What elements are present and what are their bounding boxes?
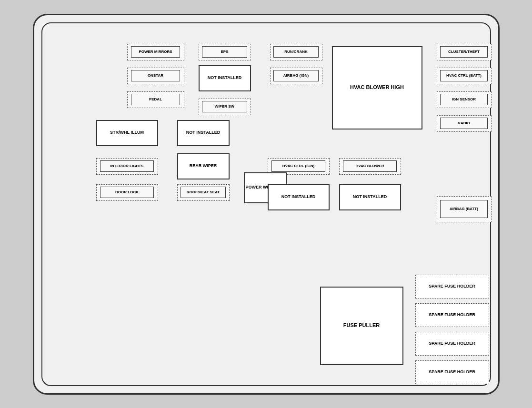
eps: EPS [199,44,251,60]
run-crank: RUN/CRANK [270,44,322,60]
hvac-ctrl-batt: HVAC CTRL (BATT) [437,68,492,84]
door-lock: DOOR LOCK [96,184,158,201]
power-mirrors: POWER MIRRORS [127,44,184,60]
hvac-blower-high: HVAC BLOWER HIGH [332,46,422,129]
spare-fuse-4: SPARE FUSE HOLDER [415,360,489,384]
radio: RADIO [437,115,492,132]
rear-wiper: REAR WIPER [177,153,230,179]
onstar: ONSTAR [127,68,184,84]
not-installed-2: NOT INSTALLED [177,120,230,146]
not-installed-1: NOT INSTALLED [199,65,251,91]
fuse-puller: FUSE PULLER [320,287,403,365]
spare-fuse-3: SPARE FUSE HOLDER [415,332,489,356]
not-installed-3: NOT INSTALLED [268,184,330,210]
airbag-batt: AIRBAG (BATT) [437,196,492,222]
str-whl-illum: STR/WHL ILLUM [96,120,158,146]
pedal: PEDAL [127,91,184,108]
airbag-ign: AIRBAG (IGN) [270,68,322,84]
spare-fuse-1: SPARE FUSE HOLDER [415,275,489,299]
ign-sensor: IGN SENSOR [437,91,492,108]
wiper-sw: WIPER SW [199,99,251,115]
fuse-box-diagram: POWER MIRRORSEPSRUN/CRANKCLUSTER/THEFTON… [33,14,500,395]
spare-fuse-2: SPARE FUSE HOLDER [415,303,489,327]
interior-lights: INTERIOR LIGHTS [96,158,158,175]
cluster-theft: CLUSTER/THEFT [437,44,492,60]
not-installed-4: NOT INSTALLED [339,184,401,210]
hvac-blower: HVAC BLOWER [339,158,401,175]
roof-heat-seat: ROOF/HEAT SEAT [177,184,230,201]
